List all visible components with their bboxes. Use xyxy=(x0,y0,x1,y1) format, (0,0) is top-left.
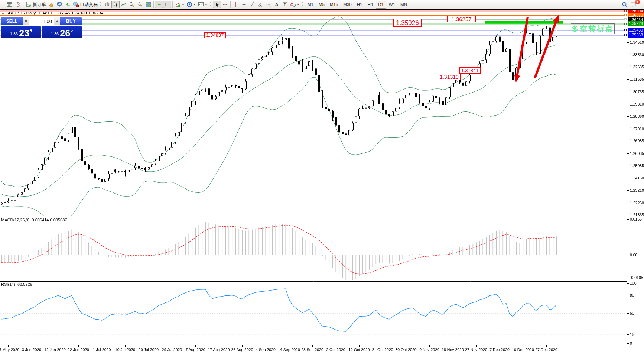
vline-glyph: │ xyxy=(234,2,237,7)
date-axis-label: 29 Jul 2020 xyxy=(162,347,182,352)
volume-decrease-button[interactable] xyxy=(23,17,29,25)
text-tool-icon[interactable]: A xyxy=(273,1,281,8)
date-axis-label: 18 Nov 2020 xyxy=(442,347,464,352)
shapes-tool-icon[interactable] xyxy=(289,1,300,8)
candlestick-chart-type-icon[interactable] xyxy=(111,1,120,8)
sell-price-base: 1.36 xyxy=(10,32,18,36)
buy-button[interactable]: BUY xyxy=(60,17,82,25)
chart-title-ohlc: 1.34956 1.36245 1.34920 1.36234 xyxy=(38,11,104,15)
tile-windows-icon[interactable] xyxy=(144,1,152,8)
date-axis-label: 12 Jun 2020 xyxy=(44,347,66,352)
rsi-indicator-label: RSI(14) 62.5229 xyxy=(1,282,32,286)
price-axis-tick: 1.26035 xyxy=(630,151,644,156)
price-label-object[interactable]: 1.35926 xyxy=(393,19,422,27)
toolbar-drag-handle xyxy=(3,2,4,7)
toolbar-bottom-border xyxy=(0,9,644,10)
rsi-value: 62.5229 xyxy=(17,282,32,286)
date-axis-label: 14 Sep 2020 xyxy=(278,347,300,352)
timeframe-button-w1[interactable]: W1 xyxy=(387,1,397,9)
date-axis-label: 21 Oct 2020 xyxy=(372,347,393,352)
sell-price-display[interactable]: 1.36 23 4 xyxy=(1,26,41,38)
chart-symbol-marker-icon: ▲ xyxy=(1,12,4,15)
date-axis-label: 2 Oct 2020 xyxy=(326,347,345,352)
date-axis-label: 26 Aug 2020 xyxy=(231,347,253,352)
market-watch-icon[interactable] xyxy=(14,1,22,8)
buy-price-point: 6 xyxy=(71,26,73,32)
price-axis-tick: 1.26985 xyxy=(630,139,644,143)
line-chart-type-icon[interactable] xyxy=(120,1,128,8)
add-indicator-button[interactable] xyxy=(174,1,185,8)
templates-button[interactable] xyxy=(197,1,208,8)
timeframe-button-mn[interactable]: MN xyxy=(398,1,409,9)
bar-chart-type-icon[interactable] xyxy=(103,1,111,8)
date-axis-label: 23 Sep 2020 xyxy=(301,347,323,352)
chart-window-icon[interactable] xyxy=(6,1,14,8)
timeframe-toolbar: M1M5M15M30H1H4D1W1MN xyxy=(305,1,410,9)
price-axis-flag: 1.35068 xyxy=(628,33,644,38)
toolbar-drag-handle xyxy=(302,2,303,7)
buy-price-pips: 26 xyxy=(60,29,70,38)
date-axis-label: 25 May 2020 xyxy=(0,347,19,352)
text-label-tool-icon[interactable]: T xyxy=(281,1,289,8)
crosshair-tool-icon[interactable] xyxy=(221,1,229,8)
trendline-glyph: ╱ xyxy=(251,2,253,7)
new-order-button[interactable]: 新订单 xyxy=(25,1,47,8)
price-label-object[interactable]: 1.31319 xyxy=(438,74,461,80)
macd-values: 0.006414 0.005687 xyxy=(32,218,67,222)
price-axis-tick: 1.33560 xyxy=(630,52,644,57)
search-icon[interactable] xyxy=(621,1,629,8)
equidistant-channel-tool-icon[interactable] xyxy=(256,1,264,8)
auto-scroll-icon[interactable] xyxy=(155,1,163,8)
zoom-in-icon[interactable] xyxy=(128,1,136,8)
autotrading-button[interactable]: 自动交易 xyxy=(72,1,99,8)
volume-input[interactable]: 1.00 xyxy=(29,17,54,25)
timeframe-button-m30[interactable]: M30 xyxy=(341,1,354,9)
price-chart-canvas[interactable] xyxy=(0,0,644,353)
timeframe-button-h4[interactable]: H4 xyxy=(365,1,375,9)
date-axis-label: 1 Jul 2020 xyxy=(93,347,111,352)
price-label-object[interactable]: 1.34837 xyxy=(204,32,226,38)
signals-icon[interactable] xyxy=(64,1,72,8)
timeframe-button-m1[interactable]: M1 xyxy=(305,1,316,9)
rsi-axis-tick: 0 xyxy=(630,341,632,346)
vertical-line-tool-icon[interactable]: │ xyxy=(232,1,240,8)
chart-title: GBPUSD-,Daily 1.34956 1.36245 1.34920 1.… xyxy=(6,11,103,15)
timeframe-button-d1[interactable]: D1 xyxy=(376,1,386,9)
volume-increase-button[interactable] xyxy=(54,17,60,25)
price-axis-tick: 1.23210 xyxy=(630,188,644,192)
mql-editor-icon[interactable] xyxy=(55,1,64,8)
new-order-label: 新订单 xyxy=(33,1,46,8)
text-glyph: A xyxy=(275,2,278,7)
chart-annotation-text[interactable]: 多空转折点 xyxy=(571,23,615,34)
date-axis-label: 30 Oct 2020 xyxy=(395,347,416,352)
price-label-object[interactable]: 1.31841 xyxy=(459,67,481,74)
notifications-chat-button[interactable]: 1 xyxy=(629,1,638,8)
autotrading-label: 自动交易 xyxy=(80,1,98,8)
date-axis-label: 9 Nov 2020 xyxy=(419,347,439,352)
chevron-down-icon xyxy=(182,4,184,6)
timeframe-button-m15[interactable]: M15 xyxy=(328,1,340,9)
buy-price-display[interactable]: 1.36 26 6 xyxy=(42,26,82,38)
macd-name: MACD(12,26,9) xyxy=(1,218,29,222)
chart-shift-icon[interactable] xyxy=(163,1,171,8)
cursor-tool-icon[interactable] xyxy=(213,1,221,8)
zoom-out-icon[interactable] xyxy=(136,1,144,8)
timeframe-button-m5[interactable]: M5 xyxy=(316,1,327,9)
price-axis-flag: 1.35430 xyxy=(628,28,644,33)
trendline-tool-icon[interactable]: ╱ xyxy=(248,1,256,8)
timeframe-button-h1[interactable]: H1 xyxy=(355,1,365,9)
price-label-object[interactable]: 1.36257 xyxy=(447,16,476,22)
price-axis-tick: 1.21335 xyxy=(630,213,644,217)
toolbar-separator xyxy=(172,1,173,8)
sell-button[interactable]: SELL xyxy=(1,17,23,25)
price-axis-tick: 1.32635 xyxy=(630,65,644,69)
price-axis-tick: 1.25085 xyxy=(630,163,644,168)
rsi-axis-tick: 80 xyxy=(630,293,634,297)
rsi-axis-tick: 50 xyxy=(630,311,634,315)
fibonacci-tool-icon[interactable] xyxy=(264,1,273,8)
sell-price-pips: 23 xyxy=(19,29,29,38)
horizontal-line-tool-icon[interactable]: ─ xyxy=(240,1,248,8)
periods-button[interactable] xyxy=(185,1,197,8)
date-axis-label: 20 Jul 2020 xyxy=(139,347,159,352)
eraser-icon[interactable] xyxy=(47,1,55,8)
